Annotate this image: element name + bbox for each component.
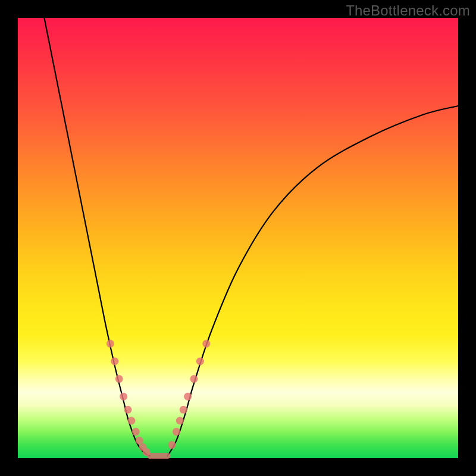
marker-dot	[107, 340, 114, 347]
chart-svg	[18, 18, 458, 458]
marker-dot	[202, 340, 210, 347]
marker-dot	[184, 393, 192, 400]
marker-dot	[173, 428, 180, 436]
plot-area	[18, 18, 458, 458]
marker-dot	[111, 358, 118, 365]
marker-dot	[168, 441, 176, 449]
watermark-text: TheBottleneck.com	[346, 2, 470, 19]
marker-dots-group	[107, 340, 210, 456]
curve-left	[44, 18, 150, 456]
marker-dot	[120, 393, 127, 400]
marker-dot	[176, 417, 184, 425]
marker-dot	[124, 406, 132, 414]
curve-right	[168, 106, 458, 456]
marker-dot	[132, 428, 140, 436]
chart-frame: TheBottleneck.com	[0, 0, 476, 476]
marker-dot	[190, 375, 198, 383]
marker-dot	[180, 406, 187, 414]
marker-dot	[143, 448, 151, 456]
marker-dot	[115, 375, 123, 383]
marker-dot	[127, 417, 135, 425]
marker-dot	[196, 358, 204, 365]
marker-dot	[136, 437, 143, 444]
